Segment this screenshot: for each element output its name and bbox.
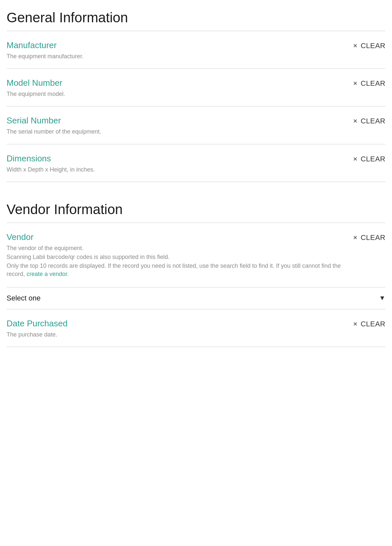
vendor-select-row[interactable]: Select one ▼ <box>7 287 385 309</box>
manufacturer-field-content: Manufacturer The equipment manufacturer. <box>7 40 343 61</box>
serial-number-field-row: Serial Number The serial number of the e… <box>7 106 385 144</box>
manufacturer-field-row: Manufacturer The equipment manufacturer.… <box>7 31 385 69</box>
model-number-clear-label: CLEAR <box>361 79 385 88</box>
manufacturer-description: The equipment manufacturer. <box>7 52 343 61</box>
dimensions-clear-button[interactable]: × CLEAR <box>353 154 385 163</box>
vendor-description-line1: The vendor of the equipment. <box>7 244 343 252</box>
general-section-title: General Information <box>7 10 385 26</box>
manufacturer-clear-button[interactable]: × CLEAR <box>353 40 385 50</box>
dimensions-field-row: Dimensions Width x Depth x Height, in in… <box>7 144 385 182</box>
vendor-description-line2: Scanning Labii barcode/qr codes is also … <box>7 253 343 261</box>
model-number-clear-button[interactable]: × CLEAR <box>353 78 385 88</box>
dimensions-clear-icon: × <box>353 155 357 163</box>
vendor-description-block: The vendor of the equipment. Scanning La… <box>7 244 343 279</box>
model-number-field-content: Model Number The equipment model. <box>7 78 343 98</box>
create-vendor-link[interactable]: create a vendor <box>27 271 67 277</box>
dimensions-field-content: Dimensions Width x Depth x Height, in in… <box>7 154 343 174</box>
vendor-field-content: Vendor The vendor of the equipment. Scan… <box>7 232 343 279</box>
manufacturer-clear-icon: × <box>353 42 357 49</box>
dimensions-description: Width x Depth x Height, in inches. <box>7 166 343 174</box>
manufacturer-clear-label: CLEAR <box>361 42 385 50</box>
serial-number-clear-button[interactable]: × CLEAR <box>353 116 385 125</box>
serial-number-field-content: Serial Number The serial number of the e… <box>7 116 343 136</box>
vendor-description-line3: Only the top 10 records are displayed. I… <box>7 262 343 278</box>
dimensions-label: Dimensions <box>7 154 343 164</box>
vendor-clear-button[interactable]: × CLEAR <box>353 232 385 242</box>
dimensions-clear-label: CLEAR <box>361 155 385 163</box>
date-purchased-clear-icon: × <box>353 320 357 328</box>
vendor-label: Vendor <box>7 232 343 242</box>
date-purchased-clear-label: CLEAR <box>361 320 385 328</box>
vendor-section-title: Vendor Information <box>7 202 385 217</box>
date-purchased-description: The purchase date. <box>7 331 343 339</box>
vendor-clear-label: CLEAR <box>361 233 385 242</box>
model-number-label: Model Number <box>7 78 343 88</box>
serial-number-description: The serial number of the equipment. <box>7 128 343 136</box>
vendor-select-value: Select one <box>7 294 41 302</box>
serial-number-clear-icon: × <box>353 118 357 125</box>
date-purchased-clear-button[interactable]: × CLEAR <box>353 318 385 328</box>
vendor-clear-icon: × <box>353 234 357 241</box>
manufacturer-label: Manufacturer <box>7 40 343 50</box>
vendor-select-arrow-icon: ▼ <box>379 294 385 302</box>
date-purchased-label: Date Purchased <box>7 318 343 329</box>
model-number-description: The equipment model. <box>7 90 343 98</box>
model-number-clear-icon: × <box>353 80 357 87</box>
serial-number-label: Serial Number <box>7 116 343 126</box>
vendor-field-row: Vendor The vendor of the equipment. Scan… <box>7 223 385 287</box>
serial-number-clear-label: CLEAR <box>361 117 385 125</box>
model-number-field-row: Model Number The equipment model. × CLEA… <box>7 69 385 106</box>
date-purchased-field-content: Date Purchased The purchase date. <box>7 318 343 339</box>
date-purchased-field-row: Date Purchased The purchase date. × CLEA… <box>7 309 385 347</box>
vendor-section-gap: Vendor Information Vendor The vendor of … <box>7 202 385 347</box>
